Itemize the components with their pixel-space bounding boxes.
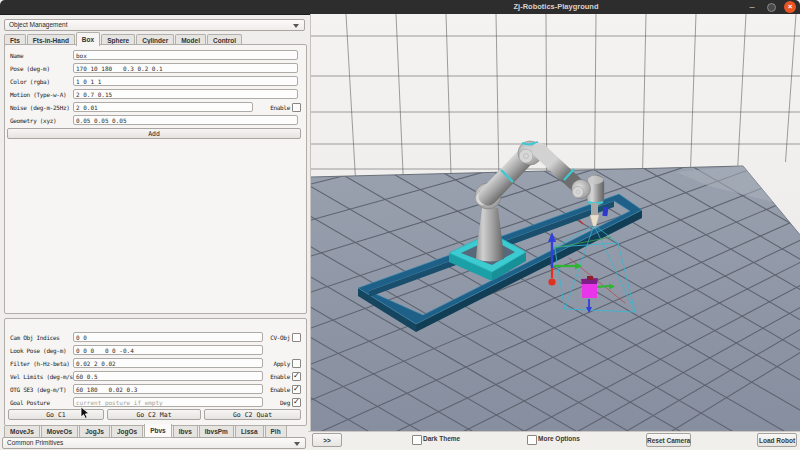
pbvs-panel: Cam Obj Indices CV-Obj Look Pose (deg-m)…	[4, 318, 307, 426]
noise-label: Noise (deg-m-25Hz)	[10, 102, 70, 113]
cam-obj-indices-label: Cam Obj Indices	[10, 332, 60, 343]
tool-shaft	[591, 203, 598, 215]
motion-input[interactable]	[73, 89, 298, 99]
reset-camera-button[interactable]: Reset Camera	[646, 433, 691, 447]
minimize-button[interactable]: –	[746, 2, 758, 12]
noise-enable-checkbox[interactable]	[292, 103, 301, 112]
object-management-selector-value: Object Management	[9, 21, 68, 28]
titlebar: Zj-Robotics-Playground – ×	[0, 0, 800, 15]
expand-panel-button[interactable]: >>	[312, 433, 342, 447]
look-pose-input[interactable]	[73, 345, 263, 355]
geometry-input[interactable]	[73, 115, 298, 125]
mouse-cursor	[80, 406, 92, 424]
more-options-label: More Options	[538, 434, 580, 444]
name-input[interactable]	[73, 50, 298, 60]
vel-limits-input[interactable]	[73, 371, 263, 381]
cam-obj-indices-input[interactable]	[73, 332, 263, 342]
box-tab-panel: Name Pose (deg-m) Color (rgba) Motion (T…	[4, 44, 307, 314]
otg-enable-label: Enable	[270, 384, 290, 395]
primitives-selector[interactable]: Common Primitives	[2, 437, 306, 449]
vel-enable-checkbox[interactable]	[292, 372, 301, 381]
cv-obj-checkbox[interactable]	[292, 333, 301, 342]
filter-input[interactable]	[73, 358, 263, 368]
load-robot-button[interactable]: Load Robot	[757, 433, 797, 447]
close-button[interactable]: ×	[784, 1, 796, 13]
primitives-selector-value: Common Primitives	[7, 439, 63, 446]
otg-se3-label: OTG SE3 (deg-m/T)	[10, 384, 66, 395]
geometry-label: Geometry (xyz)	[10, 115, 56, 126]
noise-enable-label: Enable	[270, 102, 290, 113]
pose-input[interactable]	[73, 63, 298, 73]
dark-theme-checkbox[interactable]	[412, 435, 422, 445]
goal-posture-input[interactable]	[73, 397, 263, 407]
maximize-button[interactable]	[766, 2, 776, 12]
otg-enable-checkbox[interactable]	[292, 385, 301, 394]
app-window: Zj-Robotics-Playground – × Object Manage…	[0, 0, 800, 450]
dark-theme-label: Dark Theme	[423, 434, 460, 444]
x-axis-ball	[548, 278, 555, 285]
apply-label: Apply	[273, 358, 290, 369]
deg-checkbox[interactable]	[292, 398, 301, 407]
color-label: Color (rgba)	[10, 76, 50, 87]
tab-pbvs[interactable]: Pbvs	[144, 424, 172, 438]
noise-input[interactable]	[73, 102, 253, 112]
pose-label: Pose (deg-m)	[10, 63, 50, 74]
go-c2-mat-button[interactable]: Go C2 Mat	[107, 409, 201, 420]
maximize-icon	[767, 3, 776, 12]
object-management-selector[interactable]: Object Management	[4, 19, 305, 31]
otg-se3-input[interactable]	[73, 384, 263, 394]
bottom-bar: >> Dark Theme More Options Reset Camera …	[308, 431, 800, 450]
go-c2-quat-button[interactable]: Go C2 Quat	[204, 409, 301, 420]
vel-enable-label: Enable	[270, 371, 290, 382]
window-title: Zj-Robotics-Playground	[312, 0, 800, 14]
deg-label: Deg	[280, 397, 290, 408]
name-label: Name	[10, 50, 23, 61]
goal-posture-label: Goal Posture	[10, 397, 50, 408]
look-pose-label: Look Pose (deg-m)	[10, 345, 66, 356]
apply-checkbox[interactable]	[292, 359, 301, 368]
filter-label: Filter (h-Hz-beta)	[10, 358, 70, 369]
add-button[interactable]: Add	[7, 128, 301, 139]
motion-label: Motion (Type-w-A)	[10, 89, 66, 100]
cv-obj-label: CV-Obj	[270, 332, 290, 343]
color-input[interactable]	[73, 76, 298, 86]
vel-limits-label: Vel Limits (deg-m/s)	[10, 371, 76, 382]
3d-viewport[interactable]	[310, 14, 800, 432]
more-options-checkbox[interactable]	[527, 435, 537, 445]
tab-box[interactable]: Box	[76, 32, 100, 46]
control-mode-tabs: MoveJs MoveOs JogJs JogOs Pbvs Ibvs Ibvs…	[4, 424, 288, 438]
